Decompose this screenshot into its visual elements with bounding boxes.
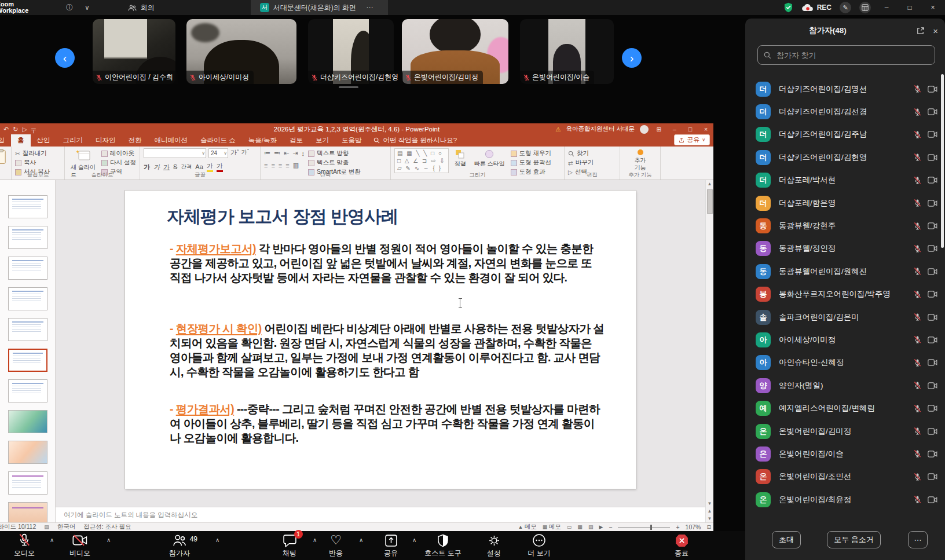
slide-title[interactable]: 자체평가 보고서 장점 반영사례 xyxy=(167,205,398,229)
camera-icon[interactable] xyxy=(928,314,937,321)
strikethrough-button[interactable]: S xyxy=(173,163,177,170)
end-meeting-button[interactable]: 종료 xyxy=(661,533,702,558)
video-button[interactable]: 비디오 xyxy=(60,533,100,558)
share-button[interactable]: 공유 xyxy=(373,533,408,558)
camera-icon[interactable] xyxy=(928,382,937,389)
participants-scrollbar-thumb[interactable] xyxy=(941,74,944,248)
participant-list[interactable]: 더더샵키즈어린이집/김명선 더더샵키즈어린이집/김선경 더더샵키즈어린이집/김주… xyxy=(745,74,945,519)
zoom-level[interactable]: 107% xyxy=(686,524,701,530)
align-left-button[interactable]: ≡ xyxy=(264,162,268,169)
mic-muted-icon[interactable] xyxy=(913,313,922,321)
tab-meeting[interactable]: 회의 xyxy=(119,0,164,15)
chevron-down-icon[interactable]: ∨ xyxy=(85,3,90,12)
numbering-button[interactable]: ≕ xyxy=(274,149,280,157)
tell-me-search[interactable]: 어떤 작업을 원하시나요? xyxy=(373,136,457,147)
camera-icon[interactable] xyxy=(928,222,937,229)
participant-row[interactable]: 아아인슈타인-신혜정 xyxy=(745,352,945,374)
change-case-button[interactable]: Aa xyxy=(195,163,203,170)
mic-muted-icon[interactable] xyxy=(913,449,922,458)
quick-styles-button[interactable]: 빠른 스타일 xyxy=(472,148,507,169)
mic-muted-icon[interactable] xyxy=(913,85,922,93)
participant-row[interactable]: 동동광뷰웰/정인정 xyxy=(745,237,945,260)
font-size-combo[interactable]: 24∨ xyxy=(208,148,228,158)
tab-record[interactable]: 녹음/녹화 xyxy=(242,134,283,147)
participant-row[interactable]: 온온빛어린이집/이슬 xyxy=(745,442,945,465)
align-right-button[interactable]: ≡ xyxy=(279,162,282,169)
comments-toggle[interactable]: ▦ 메모 xyxy=(543,523,561,531)
slide-editing-area[interactable]: 자체평가 보고서 장점 반영사례 - 자체평가보고서) 각 반마다 영아들의 반… xyxy=(56,180,705,507)
notes-toggle[interactable]: ▲ 메모 xyxy=(518,523,536,531)
font-color-button[interactable]: 가 xyxy=(217,162,223,172)
warning-icon[interactable]: ⚠ xyxy=(555,126,561,133)
slideshow-icon[interactable]: ▷ xyxy=(22,126,27,133)
slide-scrollbar[interactable]: ▲ ▼ ▲ ▼ xyxy=(705,180,713,522)
info-icon[interactable]: ⓘ xyxy=(66,3,73,13)
recording-indicator[interactable]: REC xyxy=(801,3,832,12)
mic-muted-icon[interactable] xyxy=(913,358,922,367)
ribbon-display-icon[interactable]: ⊞ xyxy=(654,126,664,133)
previous-slide-button[interactable]: ▲ xyxy=(708,507,712,515)
tab-help[interactable]: 도움말 xyxy=(335,134,368,147)
mic-muted-icon[interactable] xyxy=(913,404,922,413)
zoom-out-button[interactable]: − xyxy=(609,524,612,530)
scroll-down-icon[interactable]: ▼ xyxy=(708,500,712,507)
mic-muted-icon[interactable] xyxy=(913,267,922,276)
camera-icon[interactable] xyxy=(928,336,937,343)
bullets-button[interactable]: ≔ xyxy=(264,149,270,157)
accessibility-status[interactable]: 접근성: 조사 필요 xyxy=(83,523,131,531)
camera-icon[interactable] xyxy=(928,177,937,184)
copy-button[interactable]: 복사 xyxy=(15,159,50,167)
align-center-button[interactable]: ≡ xyxy=(271,162,274,169)
replace-button[interactable]: ⇄바꾸기 xyxy=(568,159,594,167)
share-options-chevron[interactable]: ∧ xyxy=(412,537,416,543)
annotate-pencil-icon[interactable]: ✎ xyxy=(840,2,851,13)
shape-fill-button[interactable]: 도형 채우기 xyxy=(511,149,551,158)
tab-review[interactable]: 검토 xyxy=(283,134,309,147)
host-tools-button[interactable]: 호스트 도구 xyxy=(420,533,466,558)
ppt-share-button[interactable]: 공유 ∨ xyxy=(674,134,710,145)
tab-file[interactable]: 파일 xyxy=(0,134,11,147)
mic-muted-icon[interactable] xyxy=(913,495,922,504)
cut-button[interactable]: ✂잘라내기 xyxy=(15,149,50,158)
mic-muted-icon[interactable] xyxy=(913,244,922,253)
camera-icon[interactable] xyxy=(928,405,937,412)
chat-button[interactable]: 1 채팅 xyxy=(272,533,307,558)
grow-font-button[interactable]: 가ˆ xyxy=(230,148,239,158)
apps-icon[interactable] xyxy=(859,2,871,13)
camera-icon[interactable] xyxy=(928,268,937,275)
zoom-in-button[interactable]: + xyxy=(676,524,679,530)
mic-muted-icon[interactable] xyxy=(913,381,922,390)
minimize-button[interactable]: – xyxy=(879,3,894,12)
slide-thumbnail[interactable] xyxy=(8,441,47,464)
camera-icon[interactable] xyxy=(928,451,937,457)
line-spacing-button[interactable]: ↕ xyxy=(301,150,305,157)
invite-button[interactable]: 초대 xyxy=(772,531,801,548)
filmstrip-collapse-handle[interactable] xyxy=(339,86,358,88)
ppt-maximize-button[interactable]: □ xyxy=(685,126,695,133)
video-tile[interactable]: 온빛어린이집/김미정 xyxy=(402,19,508,84)
participant-row[interactable]: 온온빛어린이집/조민선 xyxy=(745,466,945,488)
participant-row[interactable]: 더더샵키즈어린이집/김명선 xyxy=(745,78,945,100)
mic-muted-icon[interactable] xyxy=(913,222,922,230)
shape-outline-button[interactable]: 도형 윤곽선 xyxy=(511,159,551,167)
view-slideshow-icon[interactable]: ▶ xyxy=(599,524,603,530)
mic-muted-icon[interactable] xyxy=(913,290,922,299)
scrollbar-thumb[interactable] xyxy=(707,189,713,214)
slide-thumbnail[interactable] xyxy=(8,318,47,341)
camera-icon[interactable] xyxy=(928,154,937,161)
view-reading-icon[interactable]: ▤ xyxy=(588,524,594,530)
arrange-button[interactable]: 정렬 xyxy=(452,148,468,169)
camera-icon[interactable] xyxy=(928,131,937,138)
addins-button[interactable]: 추가 기능 xyxy=(632,148,649,173)
participant-row[interactable]: 봉봉화산푸르지오어린이집/박주영 xyxy=(745,283,945,306)
participant-row[interactable]: 양양인자(명일) xyxy=(745,374,945,397)
scroll-up-icon[interactable]: ▲ xyxy=(708,180,712,188)
slide-thumbnail[interactable] xyxy=(8,257,47,280)
participant-row[interactable]: 더더샵포레/박서현 xyxy=(745,169,945,192)
participant-row[interactable]: 예예지엘리스어린이집/변혜림 xyxy=(745,397,945,419)
participants-button[interactable]: 49 참가자 xyxy=(159,533,200,558)
slide-thumbnail[interactable] xyxy=(8,410,47,433)
slide-thumbnail[interactable] xyxy=(8,379,47,402)
slide-thumbnail-selected[interactable] xyxy=(8,349,47,372)
shapes-gallery[interactable]: ▤ ▦ ╲ ╲ □ ○ □ △ ∠ ⊐ ⇨ ⇩ ▱ ✎ ∿ ～ { } xyxy=(394,148,449,173)
